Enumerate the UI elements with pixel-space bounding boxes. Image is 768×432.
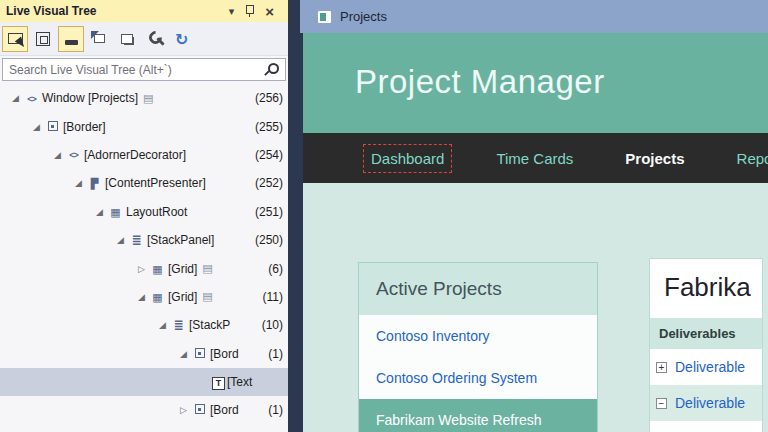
tree-item-label: [Bord	[210, 403, 239, 417]
textblock-element-icon	[212, 375, 225, 390]
deliverable-row[interactable]	[650, 421, 762, 432]
search-icon[interactable]	[265, 63, 279, 77]
tree-item-label: [StackP	[189, 318, 230, 332]
options-wrench-icon	[148, 31, 163, 46]
tree-row[interactable]: ◢[Border](255)	[0, 112, 288, 140]
deliverable-link[interactable]: Deliverable	[675, 395, 745, 411]
deliverables-column-header: Deliverables	[650, 318, 762, 349]
tree-item-label: Window [Projects]	[42, 91, 138, 105]
descendant-count: (1)	[268, 403, 283, 417]
project-detail-title: Fabrika	[650, 259, 762, 318]
xaml-element-icon	[23, 91, 40, 106]
collapsed-expander-icon[interactable]: ▷	[176, 405, 191, 415]
deliverable-row[interactable]: Deliverable	[650, 385, 762, 421]
tree-row[interactable]: ▷[Bord(1)	[0, 396, 288, 424]
pin-icon[interactable]	[245, 5, 254, 18]
tree-row[interactable]: ▷[Bord(1)	[0, 425, 288, 432]
project-list-item[interactable]: Contoso Ordering System	[359, 357, 597, 399]
active-projects-card: Active Projects Contoso InventoryContoso…	[358, 262, 598, 432]
expanded-expander-icon[interactable]: ◢	[113, 235, 128, 245]
descendant-count: (252)	[255, 176, 283, 190]
show-layers-icon	[124, 37, 134, 45]
project-link[interactable]: Contoso Ordering System	[376, 370, 537, 386]
tree-row[interactable]: ▷[Grid]▤(6)	[0, 254, 288, 282]
expanded-expander-icon[interactable]: ◢	[71, 178, 86, 188]
panel-title: Live Visual Tree	[6, 4, 97, 18]
tree-item-label: [Grid]	[168, 262, 197, 276]
tree-item-label: [ContentPresenter]	[105, 176, 206, 190]
descendant-count: (250)	[255, 233, 283, 247]
tree-row[interactable]: ◢[Bord(1)	[0, 340, 288, 368]
nav-item-reports[interactable]: Reports	[729, 144, 768, 173]
app-nav: DashboardTime CardsProjectsReports	[303, 133, 768, 183]
project-list-item[interactable]: Contoso Inventory	[359, 315, 597, 357]
app-header: Project Manager	[303, 33, 768, 133]
project-link[interactable]: Contoso Inventory	[376, 328, 490, 344]
expanded-expander-icon[interactable]: ◢	[8, 93, 23, 103]
xaml-element-icon	[65, 147, 82, 162]
nav-item-dashboard[interactable]: Dashboard	[363, 144, 452, 173]
active-projects-title: Active Projects	[376, 278, 502, 300]
descendant-count: (255)	[255, 120, 283, 134]
panel-titlebar-icons: ▾ ×	[229, 5, 274, 18]
descendant-count: (256)	[255, 91, 283, 105]
expanded-expander-icon[interactable]: ◢	[92, 207, 107, 217]
refresh-button[interactable]	[170, 26, 196, 52]
app-icon	[318, 11, 331, 23]
project-list-item[interactable]: Fabrikam Website Refresh	[359, 399, 597, 432]
tree-row[interactable]: ◢[StackPanel](250)	[0, 226, 288, 254]
preview-selection-button[interactable]	[58, 26, 84, 52]
show-layers-button[interactable]	[114, 26, 140, 52]
search-row	[0, 56, 288, 84]
active-projects-header: Active Projects	[359, 263, 597, 315]
tree-item-label: LayoutRoot	[126, 205, 187, 219]
source-document-icon[interactable]: ▤	[202, 290, 212, 303]
deliverable-row[interactable]: Deliverable	[650, 349, 762, 385]
app-titlebar[interactable]: Projects	[300, 0, 768, 33]
collapsed-expander-icon[interactable]: ▷	[134, 264, 149, 274]
app-client-area: Project Manager DashboardTime CardsProje…	[300, 33, 768, 432]
contentpresenter-element-icon	[86, 176, 103, 191]
grid-element-icon	[149, 290, 166, 304]
expanded-expander-icon[interactable]: ◢	[176, 349, 191, 359]
display-adorners-button[interactable]	[30, 26, 56, 52]
source-document-icon[interactable]: ▤	[202, 262, 212, 275]
app-heading: Project Manager	[303, 33, 768, 101]
descendant-count: (1)	[268, 347, 283, 361]
plus-expander-icon[interactable]	[656, 362, 667, 373]
expanded-expander-icon[interactable]: ◢	[155, 320, 170, 330]
options-wrench-button[interactable]	[142, 26, 168, 52]
expanded-expander-icon[interactable]: ◢	[29, 122, 44, 132]
project-link[interactable]: Fabrikam Website Refresh	[376, 412, 541, 428]
expanded-expander-icon[interactable]: ◢	[134, 292, 149, 302]
tree-row[interactable]: ◢[ContentPresenter](252)	[0, 169, 288, 197]
deliverable-link[interactable]: Deliverable	[675, 359, 745, 375]
tree-row[interactable]: [Text	[0, 368, 288, 396]
search-input[interactable]	[2, 58, 286, 81]
nav-item-time-cards[interactable]: Time Cards	[488, 144, 581, 173]
descendant-count: (10)	[262, 318, 283, 332]
refresh-icon	[175, 31, 191, 47]
minus-expander-icon[interactable]	[656, 398, 667, 409]
source-document-icon[interactable]: ▤	[143, 92, 153, 105]
close-icon[interactable]: ×	[265, 5, 274, 18]
tree-row[interactable]: ◢Window [Projects]▤(256)	[0, 84, 288, 112]
select-element-button[interactable]	[2, 26, 28, 52]
expanded-expander-icon[interactable]: ◢	[50, 150, 65, 160]
grid-element-icon	[149, 262, 166, 276]
panel-titlebar[interactable]: Live Visual Tree ▾ ×	[0, 0, 288, 22]
goto-live-element-icon	[94, 34, 105, 43]
preview-selection-icon	[65, 40, 78, 45]
tree-row[interactable]: ◢[Grid]▤(11)	[0, 283, 288, 311]
nav-item-projects[interactable]: Projects	[617, 144, 692, 173]
select-element-icon	[8, 33, 23, 44]
stackpanel-element-icon	[170, 318, 187, 332]
tree-row[interactable]: ◢LayoutRoot(251)	[0, 198, 288, 226]
tree-row[interactable]: ◢[StackP(10)	[0, 311, 288, 339]
goto-live-element-button[interactable]	[86, 26, 112, 52]
app-window: Projects Project Manager DashboardTime C…	[300, 0, 768, 432]
tree-row[interactable]: ◢[AdornerDecorator](254)	[0, 141, 288, 169]
tree-item-label: [Text	[227, 375, 252, 389]
window-position-icon[interactable]: ▾	[229, 6, 235, 17]
live-visual-tree-panel: Live Visual Tree ▾ × ◢Window [Projects]▤…	[0, 0, 288, 432]
